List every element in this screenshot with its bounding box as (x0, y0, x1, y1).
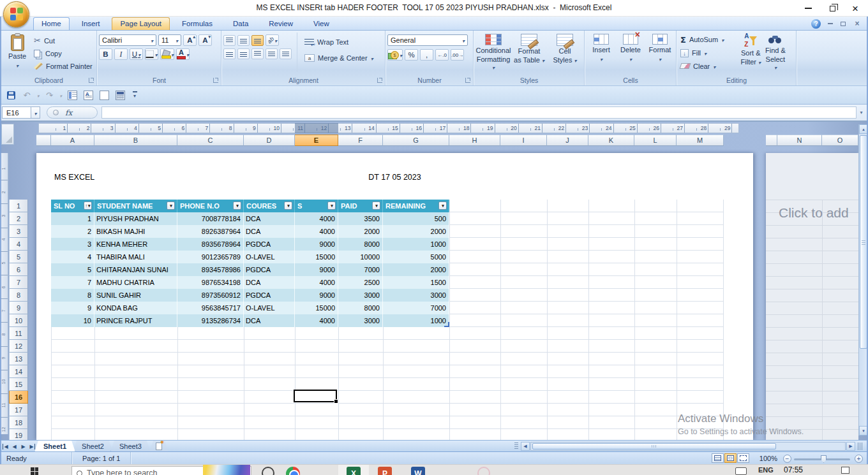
row-header[interactable]: 12 (9, 340, 28, 353)
clipboard-dialog-launcher[interactable] (89, 78, 94, 83)
notification-center-icon[interactable] (841, 467, 849, 474)
cell-remaining[interactable]: 2000 (383, 263, 449, 276)
fill-color-button[interactable] (160, 48, 174, 60)
row-header[interactable]: 1 (9, 200, 28, 212)
clock[interactable]: 07:55 (784, 465, 803, 474)
format-cells-button[interactable]: Format (645, 33, 675, 72)
horizontal-scrollbar[interactable] (530, 442, 846, 451)
table-row[interactable]: 10 PRINCE RAJPUT 9135286734 DCA 4000 300… (51, 314, 449, 327)
cell-sl-no[interactable]: 1 (51, 212, 94, 225)
cell-phone[interactable]: 9563845717 (177, 302, 244, 314)
column-header[interactable]: A (51, 135, 94, 146)
cell-remaining[interactable]: 7000 (383, 302, 449, 314)
cell-paid[interactable]: 8000 (338, 302, 383, 314)
page-break-view-button[interactable] (737, 453, 749, 463)
cell-student-name[interactable]: PRINCE RAJPUT (94, 314, 177, 327)
number-dialog-launcher[interactable] (465, 78, 470, 83)
save-button[interactable] (5, 89, 17, 101)
cell-paid[interactable]: 2000 (338, 225, 383, 238)
increase-indent-button[interactable] (280, 48, 292, 59)
cell-course[interactable]: DCA (244, 225, 295, 238)
next-sheet-button[interactable] (19, 442, 27, 451)
redo-button[interactable] (44, 89, 56, 101)
row-header[interactable]: 2 (9, 212, 28, 225)
tab-scrollbar-splitter[interactable] (514, 442, 518, 450)
italic-button[interactable]: I (114, 48, 128, 60)
cell-student-name[interactable]: PIYUSH PRADHAN (94, 212, 177, 225)
cell-phone[interactable]: 8973560912 (177, 289, 244, 302)
column-header[interactable]: L (634, 135, 677, 146)
ribbon-tab[interactable]: Insert (73, 17, 108, 30)
cut-button[interactable]: Cut (32, 34, 94, 47)
table-row[interactable]: 3 KENHA MEHER 8935678964 PGDCA 9000 8000… (51, 238, 449, 251)
orientation-button[interactable]: ab (266, 34, 279, 46)
column-header[interactable]: C (177, 135, 244, 146)
filter-button[interactable] (372, 201, 380, 210)
ribbon-tab[interactable]: Data (225, 17, 257, 30)
cell-remaining[interactable]: 5000 (383, 251, 449, 263)
row-header[interactable]: 6 (9, 263, 28, 276)
cell-course[interactable]: PGDCA (244, 238, 295, 251)
cell-student-name[interactable]: MADHU CHATRIA (94, 276, 177, 289)
column-header[interactable]: I (500, 135, 547, 146)
cell-paid[interactable]: 3500 (338, 212, 383, 225)
cell-student-name[interactable]: BIKASH MAJHI (94, 225, 177, 238)
top-align-button[interactable] (223, 35, 236, 46)
column-header[interactable]: D (244, 135, 295, 146)
column-header[interactable]: N (777, 135, 822, 146)
table-header-cell[interactable]: S (295, 200, 338, 212)
clear-button[interactable]: Clear (678, 60, 737, 72)
cell-phone[interactable]: 7008778184 (177, 212, 244, 225)
cell-grid[interactable]: SL NO ↑ STUDENT NAME PHONE N.O COURES S (51, 200, 724, 440)
cell-student-name[interactable]: CHITARANJAN SUNAI (94, 263, 177, 276)
row-header[interactable]: 9 (9, 302, 28, 314)
table-header-cell[interactable]: SL NO ↑ (51, 200, 94, 212)
cell-paid[interactable]: 10000 (338, 251, 383, 263)
zoom-out-button[interactable] (783, 455, 791, 463)
number-format-combo[interactable]: General (387, 34, 468, 46)
column-header[interactable]: K (588, 135, 634, 146)
sheet-tab[interactable]: Sheet1 (34, 441, 75, 452)
select-all-button[interactable] (1, 124, 14, 145)
sheet-tab[interactable]: Sheet3 (110, 441, 151, 452)
cell-sl-no[interactable]: 10 (51, 314, 94, 327)
row-header[interactable]: 16 (9, 391, 28, 404)
row-header[interactable]: 4 (9, 238, 28, 251)
cell-course[interactable]: O-LAVEL (244, 251, 295, 263)
cell-phone[interactable]: 9135286734 (177, 314, 244, 327)
column-header[interactable]: B (94, 135, 177, 146)
calculator-button[interactable] (114, 89, 126, 101)
row-header[interactable]: 7 (9, 276, 28, 289)
table-row[interactable]: 1 PIYUSH PRADHAN 7008778184 DCA 4000 350… (51, 212, 449, 225)
column-header[interactable]: H (449, 135, 500, 146)
language-indicator[interactable]: ENG (758, 466, 774, 474)
font-name-combo[interactable]: Calibri (99, 34, 156, 46)
ribbon-tab[interactable]: View (305, 17, 338, 30)
paste-button[interactable]: Paste (3, 33, 32, 72)
table-header-cell[interactable]: REMAINING (383, 200, 449, 212)
redo-dropdown-icon[interactable] (60, 91, 63, 99)
row-header[interactable]: 19 (9, 429, 28, 440)
cell-sl-no[interactable]: 7 (51, 276, 94, 289)
start-button[interactable] (31, 467, 38, 475)
table-header-cell[interactable]: PHONE N.O (177, 200, 244, 212)
cell-fees[interactable]: 4000 (295, 225, 338, 238)
cell-phone[interactable]: 8935678964 (177, 238, 244, 251)
cell-fees[interactable]: 9000 (295, 289, 338, 302)
page-setup-button[interactable] (66, 89, 78, 101)
column-header[interactable]: E (295, 135, 338, 146)
column-header[interactable]: O (822, 135, 858, 146)
table-header-cell[interactable]: PAID (338, 200, 383, 212)
row-header[interactable]: 18 (9, 416, 28, 429)
shrink-font-button[interactable]: A (198, 34, 212, 46)
format-as-table-button[interactable]: Format as Table (511, 33, 547, 72)
increase-decimal-button[interactable]: ←.0 (435, 49, 449, 61)
cell-fees[interactable]: 9000 (295, 263, 338, 276)
format-painter-button[interactable]: Format Painter (32, 60, 94, 72)
column-header[interactable]: G (383, 135, 449, 146)
borders-button[interactable] (145, 48, 158, 60)
center-button[interactable] (237, 48, 250, 59)
filter-button[interactable] (167, 201, 175, 210)
middle-align-button[interactable] (237, 35, 250, 46)
cell-paid[interactable]: 3000 (338, 314, 383, 327)
